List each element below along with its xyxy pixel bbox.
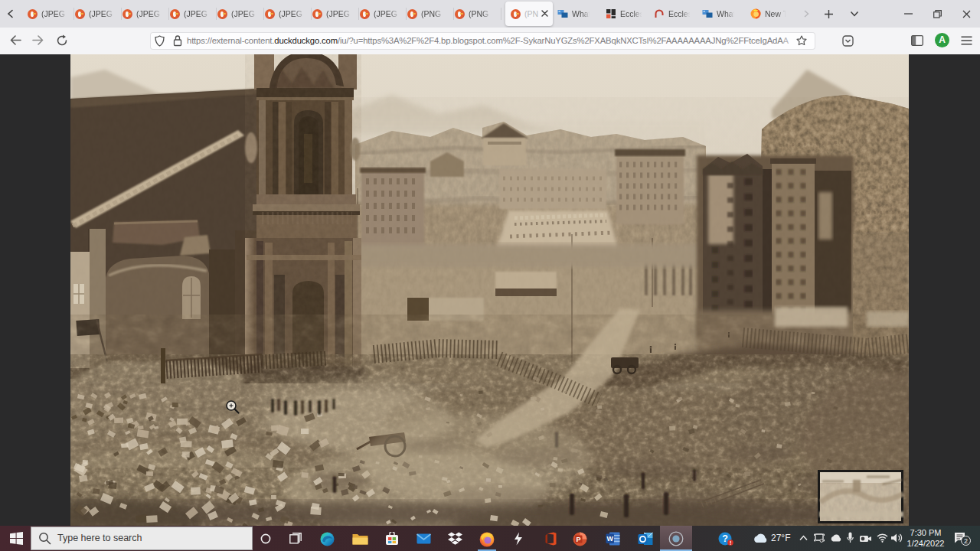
svg-text:W: W xyxy=(606,535,613,543)
svg-text:?: ? xyxy=(722,533,728,544)
svg-text:P: P xyxy=(576,536,580,543)
